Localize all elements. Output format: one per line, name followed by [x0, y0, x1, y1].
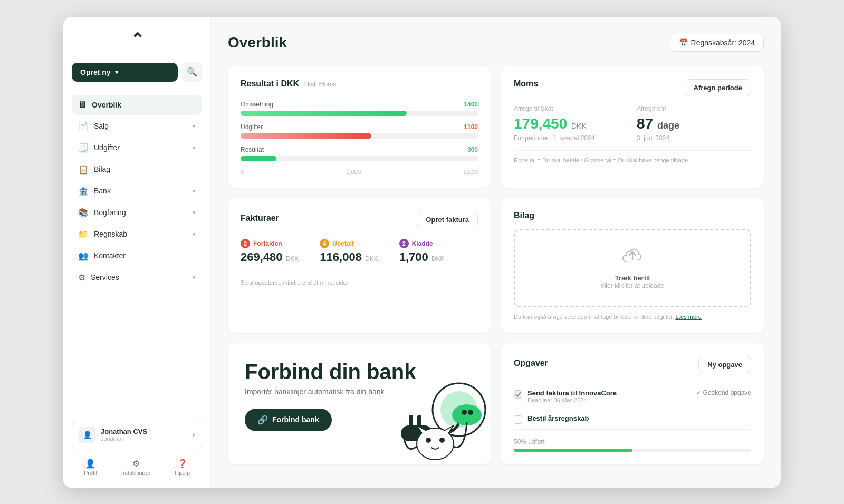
bar-axis: 0 1,000 2,000	[241, 169, 478, 175]
chevron-down-icon: ▾	[193, 274, 196, 281]
sidebar-item-bank[interactable]: 🏦 Bank ▾	[72, 181, 202, 201]
svg-point-6	[462, 410, 467, 415]
logo-icon: ⌃	[130, 30, 143, 50]
forbind-bank-button[interactable]: 🔗 Forbind bank	[245, 409, 332, 431]
create-button[interactable]: Opret ny ▾	[72, 63, 178, 82]
bar-label: Omsætning	[241, 101, 273, 108]
bilag-note-link[interactable]: Læs mere	[675, 314, 702, 320]
regnskab-button[interactable]: 📅 Regnskabsår: 2024	[670, 34, 764, 52]
main-content: Overblik 📅 Regnskabsår: 2024 Resultat i …	[211, 17, 781, 488]
opgave-item: Send faktura til InnovaCore Deadline: 06…	[514, 384, 751, 409]
sidebar-footer: 👤 Jonathan CVS Jonathan ▾ 👤 Profil ⚙ Ind…	[72, 414, 202, 479]
sidebar-item-services[interactable]: ⚙ Services ▾	[72, 267, 202, 288]
contacts-icon: 👥	[78, 251, 89, 261]
sidebar-item-overblik[interactable]: 🖥 Overblik	[72, 95, 202, 115]
progress-fill	[514, 449, 632, 452]
settings-icon: ⚙	[132, 459, 140, 469]
bilag-note: Du kan også bruge vore app til at tage b…	[514, 314, 751, 320]
bilag-card: Bilag Træk hertil eller klik for at uplo…	[501, 198, 764, 333]
sidebar: ⌃ Opret ny ▾ 🔍 🖥 Overblik 📄 Salg ▾ 🧾	[63, 17, 211, 488]
sidebar-item-bogforing[interactable]: 📚 Bogføring ▾	[72, 202, 202, 223]
resultat-title: Resultat i DKK	[241, 79, 299, 89]
footer-link-label: Indstillinger	[121, 470, 151, 476]
footer-links: 👤 Profil ⚙ Indstillinger ❓ Hjælp	[72, 455, 202, 479]
badge-forfalden: 2	[241, 239, 250, 248]
bar-label: Udgifter	[241, 123, 263, 131]
faktura-amount-forfalden: 269,480 DKK	[241, 250, 299, 264]
svg-point-7	[468, 410, 473, 415]
user-profile[interactable]: 👤 Jonathan CVS Jonathan ▾	[72, 421, 202, 449]
page-title: Overblik	[228, 34, 287, 51]
sidebar-item-label: Udgifter	[94, 143, 120, 152]
opgaver-card: Opgaver Ny opgave Send faktura til Innov…	[501, 343, 764, 464]
stat-label-ubetalt: Ubetalt	[332, 240, 354, 247]
regnskab-label: Regnskabsår: 2024	[691, 38, 755, 47]
bank-card: Forbind din bank Importér banklinjer aut…	[228, 343, 491, 464]
moms-col2: Afregn om 87 dage 3. juni 2024	[637, 105, 751, 142]
moms-card: Moms Afregn periode Afregn til Skat 179,…	[501, 66, 764, 188]
footer-link-label: Hjælp	[175, 470, 190, 476]
sidebar-item-label: Regnskab	[94, 230, 127, 238]
faktura-footer: Sidst opdateret: mindre end ét minut sid…	[241, 273, 478, 286]
badge-kladde: 2	[399, 239, 409, 248]
bilag-drop-zone[interactable]: Træk hertil eller klik for at uploade	[514, 229, 751, 307]
resultat-card: Resultat i DKK Eksl. Moms Omsætning 1400…	[228, 66, 491, 188]
sidebar-item-label: Bank	[94, 187, 111, 195]
bank-icon: 🏦	[78, 186, 89, 196]
moms-cols: Afregn til Skat 179,450 DKK For perioden…	[514, 105, 751, 142]
stat-label-kladde: Kladde	[412, 240, 433, 247]
bar-fill	[241, 133, 371, 139]
opgave-checkbox-2[interactable]	[514, 415, 522, 424]
search-button[interactable]: 🔍	[182, 62, 202, 82]
opret-faktura-button[interactable]: Opret faktura	[417, 211, 478, 228]
sidebar-item-label: Bilag	[94, 165, 110, 173]
logo: ⌃	[72, 30, 202, 50]
top-actions: Opret ny ▾ 🔍	[72, 62, 202, 82]
badge-ubetalt: 4	[320, 239, 329, 248]
chevron-down-icon: ▾	[193, 144, 196, 151]
axis-label: 1,000	[347, 169, 361, 175]
opgave-item-2: Bestil årsregnskab	[514, 409, 751, 430]
sidebar-item-bilag[interactable]: 📋 Bilag	[72, 159, 202, 180]
sidebar-item-regnskab[interactable]: 📁 Regnskab ▾	[72, 224, 202, 245]
opgave-text-2: Bestil årsregnskab	[528, 414, 751, 422]
moms-value2: 87 dage	[637, 115, 751, 132]
user-info: Jonathan CVS Jonathan	[101, 428, 187, 442]
gear-icon: ⚙	[78, 273, 85, 283]
bar-fill	[241, 111, 407, 116]
chevron-down-icon: ▾	[192, 431, 195, 439]
monitor-icon: 🖥	[78, 100, 87, 110]
footer-link-label: Profil	[84, 470, 97, 476]
create-button-label: Opret ny	[80, 68, 111, 76]
top-grid: Resultat i DKK Eksl. Moms Omsætning 1400…	[228, 66, 764, 188]
ny-opgave-button[interactable]: Ny opgave	[698, 356, 751, 373]
bilag-title: Bilag	[514, 211, 534, 220]
footer-link-hjaelp[interactable]: ❓ Hjælp	[169, 455, 195, 479]
sidebar-item-udgifter[interactable]: 🧾 Udgifter ▾	[72, 138, 202, 158]
faktura-stat-kladde: 2 Kladde 1,700 DKK	[399, 239, 445, 264]
footer-link-indstillinger[interactable]: ⚙ Indstillinger	[116, 455, 156, 479]
sidebar-item-salg[interactable]: 📄 Salg ▾	[72, 116, 202, 137]
sidebar-item-kontakter[interactable]: 👥 Kontakter	[72, 246, 202, 266]
moms-sub: For perioden: 1. kvartal 2024	[514, 134, 628, 142]
clipboard-icon: 📋	[78, 164, 89, 175]
moms-note: Røde tal = Du skal betale / Grønne tal =…	[514, 150, 751, 163]
svg-point-10	[439, 438, 445, 443]
godkend-button[interactable]: ✓ Godkend opgave	[696, 389, 751, 396]
svg-point-9	[426, 438, 431, 443]
afregn-button[interactable]: Afregn periode	[685, 79, 751, 96]
middle-grid: Fakturaer Opret faktura 2 Forfalden 269,…	[228, 198, 764, 333]
sidebar-item-label: Services	[91, 273, 119, 282]
footer-link-profil[interactable]: 👤 Profil	[79, 455, 102, 479]
opgave-name: Send faktura til InnovaCore	[528, 389, 690, 397]
svg-rect-3	[409, 415, 413, 428]
nav-list: 🖥 Overblik 📄 Salg ▾ 🧾 Udgifter ▾ 📋 Bilag…	[72, 95, 202, 414]
faktura-stat-ubetalt: 4 Ubetalt 116,008 DKK	[320, 239, 378, 264]
link-icon: 🔗	[257, 415, 268, 425]
moms-col-label: Afregn om	[637, 105, 751, 112]
sidebar-item-label: Bogføring	[94, 208, 126, 217]
moms-value: 179,450 DKK	[514, 115, 628, 132]
calendar-icon: 📅	[679, 38, 688, 47]
faktura-amount-kladde: 1,700 DKK	[399, 250, 445, 264]
opgave-checkbox[interactable]	[514, 390, 522, 399]
